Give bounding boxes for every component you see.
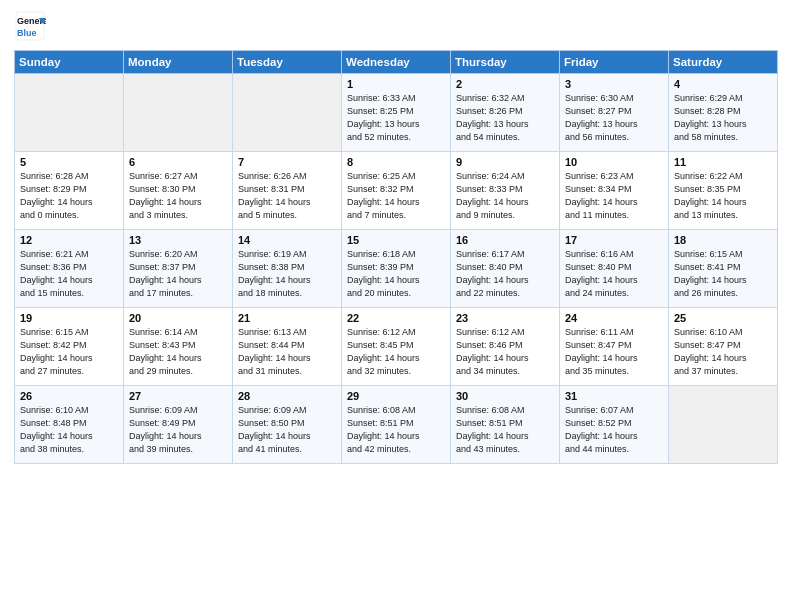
- day-number: 27: [129, 390, 227, 402]
- day-number: 22: [347, 312, 445, 324]
- day-number: 29: [347, 390, 445, 402]
- day-number: 8: [347, 156, 445, 168]
- svg-text:Blue: Blue: [17, 28, 37, 38]
- day-cell: 24Sunrise: 6:11 AMSunset: 8:47 PMDayligh…: [560, 308, 669, 386]
- day-info: Sunrise: 6:08 AMSunset: 8:51 PMDaylight:…: [456, 404, 554, 456]
- day-cell: 26Sunrise: 6:10 AMSunset: 8:48 PMDayligh…: [15, 386, 124, 464]
- header-sunday: Sunday: [15, 51, 124, 74]
- day-number: 13: [129, 234, 227, 246]
- day-number: 26: [20, 390, 118, 402]
- day-number: 23: [456, 312, 554, 324]
- day-cell: 23Sunrise: 6:12 AMSunset: 8:46 PMDayligh…: [451, 308, 560, 386]
- day-info: Sunrise: 6:25 AMSunset: 8:32 PMDaylight:…: [347, 170, 445, 222]
- day-number: 31: [565, 390, 663, 402]
- header-saturday: Saturday: [669, 51, 778, 74]
- day-info: Sunrise: 6:30 AMSunset: 8:27 PMDaylight:…: [565, 92, 663, 144]
- day-number: 16: [456, 234, 554, 246]
- day-info: Sunrise: 6:16 AMSunset: 8:40 PMDaylight:…: [565, 248, 663, 300]
- day-info: Sunrise: 6:18 AMSunset: 8:39 PMDaylight:…: [347, 248, 445, 300]
- week-row-1: 1Sunrise: 6:33 AMSunset: 8:25 PMDaylight…: [15, 74, 778, 152]
- day-cell: 1Sunrise: 6:33 AMSunset: 8:25 PMDaylight…: [342, 74, 451, 152]
- day-number: 21: [238, 312, 336, 324]
- day-cell: 10Sunrise: 6:23 AMSunset: 8:34 PMDayligh…: [560, 152, 669, 230]
- day-cell: [233, 74, 342, 152]
- day-number: 1: [347, 78, 445, 90]
- day-info: Sunrise: 6:08 AMSunset: 8:51 PMDaylight:…: [347, 404, 445, 456]
- day-number: 11: [674, 156, 772, 168]
- week-row-3: 12Sunrise: 6:21 AMSunset: 8:36 PMDayligh…: [15, 230, 778, 308]
- day-info: Sunrise: 6:28 AMSunset: 8:29 PMDaylight:…: [20, 170, 118, 222]
- day-info: Sunrise: 6:27 AMSunset: 8:30 PMDaylight:…: [129, 170, 227, 222]
- day-info: Sunrise: 6:29 AMSunset: 8:28 PMDaylight:…: [674, 92, 772, 144]
- day-cell: 5Sunrise: 6:28 AMSunset: 8:29 PMDaylight…: [15, 152, 124, 230]
- day-cell: 13Sunrise: 6:20 AMSunset: 8:37 PMDayligh…: [124, 230, 233, 308]
- day-cell: 28Sunrise: 6:09 AMSunset: 8:50 PMDayligh…: [233, 386, 342, 464]
- day-cell: 17Sunrise: 6:16 AMSunset: 8:40 PMDayligh…: [560, 230, 669, 308]
- day-info: Sunrise: 6:13 AMSunset: 8:44 PMDaylight:…: [238, 326, 336, 378]
- day-number: 20: [129, 312, 227, 324]
- day-number: 9: [456, 156, 554, 168]
- day-info: Sunrise: 6:23 AMSunset: 8:34 PMDaylight:…: [565, 170, 663, 222]
- day-cell: 27Sunrise: 6:09 AMSunset: 8:49 PMDayligh…: [124, 386, 233, 464]
- day-info: Sunrise: 6:11 AMSunset: 8:47 PMDaylight:…: [565, 326, 663, 378]
- day-info: Sunrise: 6:12 AMSunset: 8:45 PMDaylight:…: [347, 326, 445, 378]
- day-cell: 15Sunrise: 6:18 AMSunset: 8:39 PMDayligh…: [342, 230, 451, 308]
- day-cell: 14Sunrise: 6:19 AMSunset: 8:38 PMDayligh…: [233, 230, 342, 308]
- week-row-2: 5Sunrise: 6:28 AMSunset: 8:29 PMDaylight…: [15, 152, 778, 230]
- day-info: Sunrise: 6:12 AMSunset: 8:46 PMDaylight:…: [456, 326, 554, 378]
- day-info: Sunrise: 6:26 AMSunset: 8:31 PMDaylight:…: [238, 170, 336, 222]
- day-cell: 8Sunrise: 6:25 AMSunset: 8:32 PMDaylight…: [342, 152, 451, 230]
- day-cell: 12Sunrise: 6:21 AMSunset: 8:36 PMDayligh…: [15, 230, 124, 308]
- day-info: Sunrise: 6:20 AMSunset: 8:37 PMDaylight:…: [129, 248, 227, 300]
- day-cell: [669, 386, 778, 464]
- day-info: Sunrise: 6:15 AMSunset: 8:42 PMDaylight:…: [20, 326, 118, 378]
- header-tuesday: Tuesday: [233, 51, 342, 74]
- header-row: SundayMondayTuesdayWednesdayThursdayFrid…: [15, 51, 778, 74]
- day-info: Sunrise: 6:07 AMSunset: 8:52 PMDaylight:…: [565, 404, 663, 456]
- week-row-5: 26Sunrise: 6:10 AMSunset: 8:48 PMDayligh…: [15, 386, 778, 464]
- day-cell: 7Sunrise: 6:26 AMSunset: 8:31 PMDaylight…: [233, 152, 342, 230]
- day-info: Sunrise: 6:19 AMSunset: 8:38 PMDaylight:…: [238, 248, 336, 300]
- day-info: Sunrise: 6:09 AMSunset: 8:50 PMDaylight:…: [238, 404, 336, 456]
- header-friday: Friday: [560, 51, 669, 74]
- day-cell: 16Sunrise: 6:17 AMSunset: 8:40 PMDayligh…: [451, 230, 560, 308]
- header-monday: Monday: [124, 51, 233, 74]
- day-number: 14: [238, 234, 336, 246]
- day-cell: 6Sunrise: 6:27 AMSunset: 8:30 PMDaylight…: [124, 152, 233, 230]
- day-number: 4: [674, 78, 772, 90]
- day-cell: 21Sunrise: 6:13 AMSunset: 8:44 PMDayligh…: [233, 308, 342, 386]
- day-number: 18: [674, 234, 772, 246]
- day-number: 3: [565, 78, 663, 90]
- day-info: Sunrise: 6:24 AMSunset: 8:33 PMDaylight:…: [456, 170, 554, 222]
- day-info: Sunrise: 6:10 AMSunset: 8:47 PMDaylight:…: [674, 326, 772, 378]
- day-info: Sunrise: 6:32 AMSunset: 8:26 PMDaylight:…: [456, 92, 554, 144]
- day-number: 2: [456, 78, 554, 90]
- day-cell: 22Sunrise: 6:12 AMSunset: 8:45 PMDayligh…: [342, 308, 451, 386]
- header-thursday: Thursday: [451, 51, 560, 74]
- day-cell: 19Sunrise: 6:15 AMSunset: 8:42 PMDayligh…: [15, 308, 124, 386]
- week-row-4: 19Sunrise: 6:15 AMSunset: 8:42 PMDayligh…: [15, 308, 778, 386]
- day-cell: 20Sunrise: 6:14 AMSunset: 8:43 PMDayligh…: [124, 308, 233, 386]
- day-cell: 2Sunrise: 6:32 AMSunset: 8:26 PMDaylight…: [451, 74, 560, 152]
- day-number: 30: [456, 390, 554, 402]
- day-info: Sunrise: 6:21 AMSunset: 8:36 PMDaylight:…: [20, 248, 118, 300]
- day-cell: [124, 74, 233, 152]
- logo: General Blue: [14, 10, 46, 42]
- day-cell: 9Sunrise: 6:24 AMSunset: 8:33 PMDaylight…: [451, 152, 560, 230]
- day-info: Sunrise: 6:09 AMSunset: 8:49 PMDaylight:…: [129, 404, 227, 456]
- day-cell: 4Sunrise: 6:29 AMSunset: 8:28 PMDaylight…: [669, 74, 778, 152]
- day-number: 5: [20, 156, 118, 168]
- day-cell: [15, 74, 124, 152]
- day-cell: 3Sunrise: 6:30 AMSunset: 8:27 PMDaylight…: [560, 74, 669, 152]
- day-number: 19: [20, 312, 118, 324]
- day-info: Sunrise: 6:17 AMSunset: 8:40 PMDaylight:…: [456, 248, 554, 300]
- calendar-table: SundayMondayTuesdayWednesdayThursdayFrid…: [14, 50, 778, 464]
- day-cell: 29Sunrise: 6:08 AMSunset: 8:51 PMDayligh…: [342, 386, 451, 464]
- logo-icon: General Blue: [14, 10, 46, 42]
- day-cell: 11Sunrise: 6:22 AMSunset: 8:35 PMDayligh…: [669, 152, 778, 230]
- day-number: 24: [565, 312, 663, 324]
- day-info: Sunrise: 6:14 AMSunset: 8:43 PMDaylight:…: [129, 326, 227, 378]
- day-cell: 25Sunrise: 6:10 AMSunset: 8:47 PMDayligh…: [669, 308, 778, 386]
- day-info: Sunrise: 6:15 AMSunset: 8:41 PMDaylight:…: [674, 248, 772, 300]
- day-cell: 31Sunrise: 6:07 AMSunset: 8:52 PMDayligh…: [560, 386, 669, 464]
